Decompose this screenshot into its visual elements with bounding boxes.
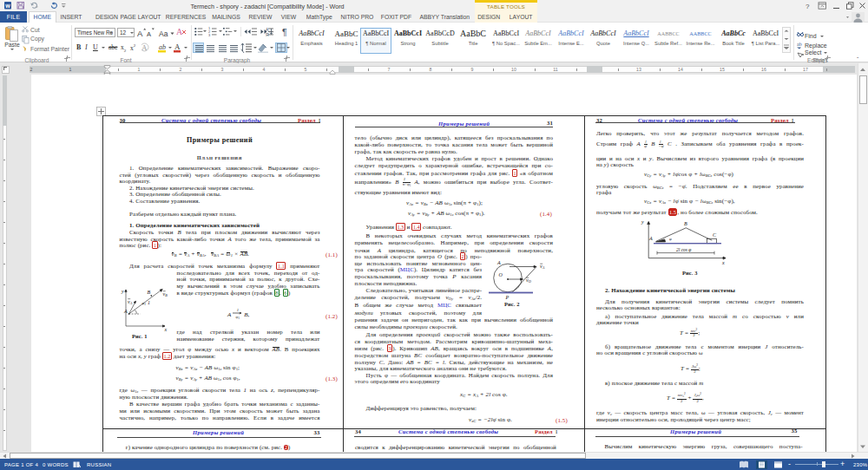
svg-text:Я: Я (266, 32, 269, 36)
svg-text:w: w (4, 3, 10, 9)
svg-text:vO: vO (526, 277, 531, 284)
svg-text:C: C (713, 232, 717, 238)
svg-text:A: A (147, 30, 151, 38)
svg-text:¶: ¶ (282, 27, 287, 36)
svg-text:B: B (148, 290, 151, 295)
svg-text:φ1: φ1 (142, 301, 147, 306)
svg-text:x: x (164, 327, 168, 332)
svg-text:1: 1 (148, 300, 150, 305)
svg-text:φ: φ (669, 237, 672, 241)
svg-text:2l cos φ: 2l cos φ (676, 247, 691, 252)
svg-text:O: O (499, 272, 503, 277)
svg-text:vA: vA (540, 264, 545, 270)
svg-text:vA: vA (128, 299, 133, 305)
svg-text:A: A (174, 42, 181, 51)
svg-text:3: 3 (208, 33, 211, 37)
svg-text:?: ? (806, 3, 810, 10)
svg-text:y: y (121, 289, 124, 294)
svg-text:x: x (721, 260, 725, 265)
svg-text:ab: ab (159, 43, 166, 51)
svg-text:ab: ab (797, 42, 802, 47)
svg-text:B: B (684, 221, 687, 226)
svg-text:P: P (505, 295, 510, 300)
svg-text:A: A (176, 27, 183, 36)
svg-text:y: y (641, 219, 644, 225)
svg-text:Aa: Aa (159, 29, 168, 38)
svg-text:vB: vB (163, 291, 168, 297)
svg-text:A: A (123, 309, 128, 314)
svg-text:A: A (496, 260, 501, 265)
svg-text:A: A (137, 29, 143, 38)
svg-text:A: A (648, 236, 653, 241)
